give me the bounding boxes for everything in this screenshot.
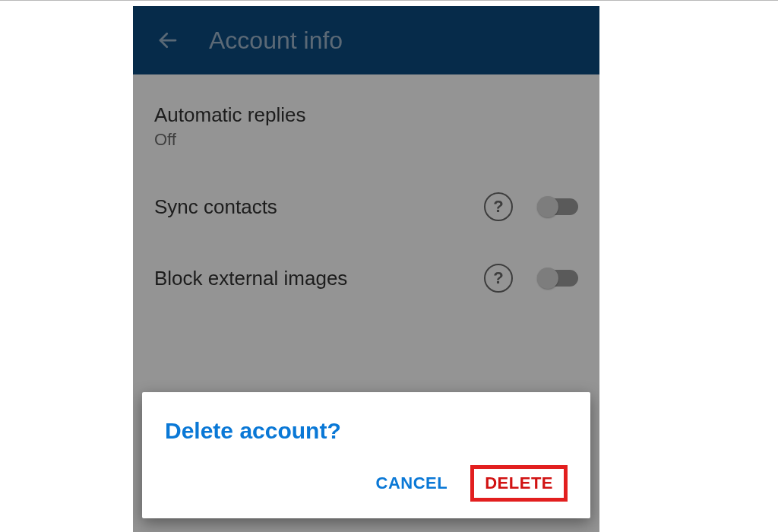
cancel-button[interactable]: CANCEL [370, 469, 454, 498]
dialog-actions: CANCEL DELETE [165, 465, 568, 502]
delete-button[interactable]: DELETE [470, 465, 568, 502]
window-top-divider [0, 0, 778, 1]
dialog-title: Delete account? [165, 418, 568, 444]
phone-screen: Account info Automatic replies Off Sync … [133, 6, 599, 532]
delete-account-dialog: Delete account? CANCEL DELETE [142, 392, 590, 518]
